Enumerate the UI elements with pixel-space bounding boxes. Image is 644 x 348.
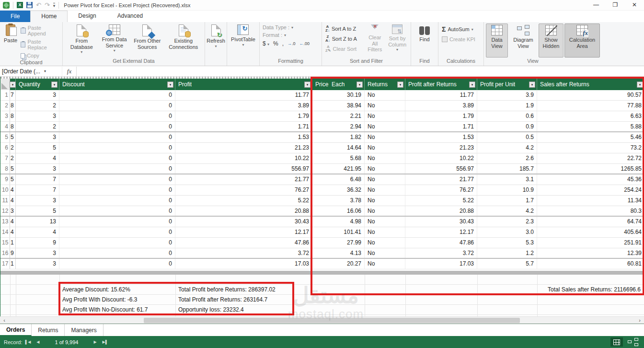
from-other-sources-button[interactable]: From Other Sources: [130, 23, 164, 58]
close-button[interactable]: ✕: [625, 0, 644, 10]
cell-discount[interactable]: 0: [59, 185, 175, 195]
cell-profit-after-returns[interactable]: 1.79: [405, 111, 477, 121]
cell-price-each[interactable]: 421.95: [312, 164, 365, 174]
cell-profit-after-returns[interactable]: 3.72: [405, 248, 477, 258]
cell-profit[interactable]: 17.03: [175, 259, 312, 269]
cell-profit[interactable]: 76.27: [175, 185, 312, 195]
cell-hidden-column[interactable]: 8: [10, 111, 16, 121]
cell-hidden-column[interactable]: 5: [10, 132, 16, 142]
column-header-discount[interactable]: Discount▾: [59, 79, 175, 90]
data-type-control[interactable]: Data Type : ▾: [262, 23, 320, 31]
cell-profit-per-unit[interactable]: 4.2: [477, 206, 537, 216]
cell-profit[interactable]: 21.23: [175, 143, 312, 153]
row-number[interactable]: 10: [0, 185, 10, 195]
sheet-tab-orders[interactable]: Orders: [0, 324, 32, 336]
cell-profit[interactable]: 21.77: [175, 174, 312, 185]
cell-discount[interactable]: 0: [59, 111, 175, 121]
cell-discount[interactable]: 0: [59, 217, 175, 227]
cell-price-each[interactable]: 2.21: [312, 111, 365, 121]
table-row[interactable]: 10 4 7 0 76.27 36.32 No 76.27 10.9 254.2…: [0, 185, 644, 196]
cell-profit-after-returns[interactable]: 11.77: [405, 90, 477, 100]
cell-sales-after-returns[interactable]: 1265.85: [537, 164, 644, 174]
decrease-decimal-button[interactable]: ←.00: [299, 41, 310, 46]
cell-profit-per-unit[interactable]: 2.3: [477, 217, 537, 227]
table-row[interactable]: 1 7 3 0 11.77 30.19 No 11.77 3.9 90.57: [0, 90, 644, 101]
scroll-right-icon[interactable]: ›: [636, 317, 643, 324]
table-row[interactable]: 8 5 3 0 556.97 421.95 No 556.97 185.7 12…: [0, 164, 644, 174]
clear-all-filters-button[interactable]: Clear All Filters: [364, 23, 386, 58]
cell-hidden-column[interactable]: 2: [10, 153, 16, 163]
save-icon[interactable]: [26, 2, 33, 8]
tab-home[interactable]: Home: [30, 11, 68, 22]
cell-sales-after-returns[interactable]: 12.39: [537, 248, 644, 258]
cell-profit-after-returns[interactable]: 5.22: [405, 196, 477, 206]
cell-quantity[interactable]: 4: [16, 227, 59, 237]
cell-price-each[interactable]: 16.06: [312, 206, 365, 216]
data-view-button[interactable]: Data View: [486, 23, 508, 58]
cell-price-each[interactable]: 6.48: [312, 174, 365, 185]
table-row[interactable]: 9 5 7 0 21.77 6.48 No 21.77 3.1 45.36: [0, 174, 644, 185]
cell-price-each[interactable]: 3.78: [312, 196, 365, 206]
cell-returns[interactable]: No: [365, 185, 405, 195]
cell-hidden-column[interactable]: 4: [10, 217, 16, 227]
column-header-price-each[interactable]: Price Each▾: [312, 79, 365, 90]
table-row[interactable]: 4 8 2 0 1.71 2.94 No 1.71 0.9 5.88: [0, 122, 644, 132]
format-control[interactable]: Format : ▾: [262, 31, 320, 39]
table-row[interactable]: 6 2 5 0 21.23 14.64 No 21.23 4.2 73.2: [0, 143, 644, 153]
cell-profit-after-returns[interactable]: 47.86: [405, 238, 477, 248]
qat-customize-icon[interactable]: ▾: [53, 3, 56, 8]
row-number[interactable]: 7: [0, 153, 10, 163]
tab-advanced[interactable]: Advanced: [107, 11, 153, 22]
filter-dropdown-icon[interactable]: ▾: [10, 81, 16, 88]
column-header-returns[interactable]: Returns▾: [365, 79, 405, 90]
cell-hidden-column[interactable]: 8: [10, 101, 16, 111]
table-row[interactable]: 16 9 3 0 3.72 4.13 No 3.72 1.2 12.39: [0, 248, 644, 259]
cell-discount[interactable]: 0: [59, 227, 175, 237]
cell-profit-per-unit[interactable]: 1.9: [477, 101, 537, 111]
cell-returns[interactable]: No: [365, 227, 405, 237]
cell-profit-after-returns[interactable]: 12.17: [405, 227, 477, 237]
cell-discount[interactable]: 0: [59, 101, 175, 111]
cell-sales-after-returns[interactable]: 60.81: [537, 259, 644, 269]
cell-quantity[interactable]: 2: [16, 101, 59, 111]
row-number[interactable]: 6: [0, 143, 10, 153]
filter-dropdown-icon[interactable]: ▾: [397, 81, 403, 88]
table-row[interactable]: 3 8 3 0 1.79 2.21 No 1.79 0.6 6.63: [0, 111, 644, 122]
calculation-area-splitter[interactable]: [0, 271, 644, 275]
tab-design[interactable]: Design: [68, 11, 106, 22]
cell-profit-per-unit[interactable]: 5.7: [477, 259, 537, 269]
tab-file[interactable]: File: [0, 11, 30, 22]
cell-returns[interactable]: No: [365, 206, 405, 216]
row-number[interactable]: 1: [0, 90, 10, 100]
column-header-sales-after-returns[interactable]: Sales after Returns▾: [537, 79, 644, 90]
find-button[interactable]: Find: [417, 23, 432, 58]
cell-profit-after-returns[interactable]: 76.27: [405, 185, 477, 195]
cell-price-each[interactable]: 38.94: [312, 101, 365, 111]
table-row[interactable]: 5 5 3 0 1.53 1.82 No 1.53 0.5 5.46: [0, 132, 644, 143]
cell-quantity[interactable]: 4: [16, 153, 59, 163]
cell-profit[interactable]: 1.53: [175, 132, 312, 142]
cell-price-each[interactable]: 4.13: [312, 248, 365, 258]
cell-price-each[interactable]: 27.99: [312, 238, 365, 248]
cell-price-each[interactable]: 36.32: [312, 185, 365, 195]
row-number[interactable]: 14: [0, 227, 10, 237]
cell-price-each[interactable]: 30.19: [312, 90, 365, 100]
cell-hidden-column[interactable]: 8: [10, 122, 16, 131]
cell-hidden-column[interactable]: 3: [10, 206, 16, 216]
cell-profit-after-returns[interactable]: 21.77: [405, 174, 477, 185]
cell-profit-after-returns[interactable]: 1.71: [405, 122, 477, 131]
cell-profit-after-returns[interactable]: 1.53: [405, 132, 477, 142]
horizontal-scrollbar[interactable]: ‹ ›: [0, 316, 644, 324]
cell-quantity[interactable]: 5: [16, 143, 59, 153]
measure-total-profit-after-returns[interactable]: Total Profit after Returns: 263164.7: [178, 295, 267, 305]
cell-quantity[interactable]: 13: [16, 217, 59, 227]
increase-decimal-button[interactable]: →.0: [288, 41, 296, 46]
minimize-button[interactable]: —: [586, 0, 606, 10]
cell-price-each[interactable]: 4.98: [312, 217, 365, 227]
cell-profit-after-returns[interactable]: 556.97: [405, 164, 477, 174]
cell-sales-after-returns[interactable]: 73.2: [537, 143, 644, 153]
diagram-view-button[interactable]: Diagram View: [509, 23, 538, 58]
select-all-corner[interactable]: [0, 79, 10, 90]
cell-returns[interactable]: No: [365, 143, 405, 153]
table-row[interactable]: 13 4 13 0 30.43 4.98 No 30.43 2.3 64.74: [0, 217, 644, 227]
